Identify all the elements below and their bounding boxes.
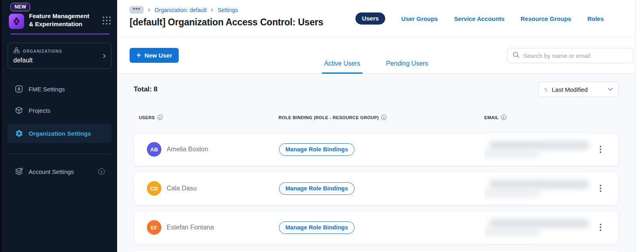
column-header-email: EMAIL i [484, 115, 603, 120]
info-icon[interactable]: i [157, 115, 163, 120]
table-header-row: USERS i ROLE BINDING (ROLE - RESOURCE GR… [134, 115, 619, 120]
tab-resource-groups[interactable]: Resource Groups [520, 15, 571, 22]
column-header-role-binding: ROLE BINDING (ROLE - RESOURCE GROUP) i [279, 115, 484, 120]
page-header: ••• › Organization: default › Settings [… [117, 0, 635, 37]
account-settings-icon [14, 167, 23, 176]
user-view-tabs: Active Users Pending Users [322, 60, 431, 74]
sidebar-item-projects[interactable]: Projects [2, 102, 117, 118]
access-control-tabs: Users User Groups Service Accounts Resou… [355, 12, 604, 25]
tab-active-users[interactable]: Active Users [322, 60, 363, 74]
table-row: EF Estefan Fontana Manage Role Bindings [134, 211, 619, 244]
app-title: Feature Management & Experimentation [29, 12, 90, 29]
fme-settings-icon [14, 85, 23, 93]
sort-dropdown[interactable]: ↑↓ Last Modified [538, 82, 619, 97]
row-menu-kebab-icon[interactable] [597, 182, 604, 194]
manage-role-bindings-button[interactable]: Manage Role Bindings [279, 182, 355, 195]
total-count: Total: 8 [134, 85, 157, 93]
chevron-right-icon: › [103, 50, 106, 60]
sidebar-header: NEW Feature Management & Experimentation [2, 0, 117, 35]
organization-value: default [13, 57, 97, 64]
sidebar-item-fme-settings[interactable]: FME Settings [2, 81, 117, 97]
sort-label: Last Modified [552, 86, 588, 93]
row-menu-kebab-icon[interactable] [597, 143, 604, 155]
manage-role-bindings-button[interactable]: Manage Role Bindings [279, 143, 355, 156]
user-cell: CD Cala Dasu [147, 181, 279, 196]
row-menu-kebab-icon[interactable] [597, 221, 604, 233]
sidebar-divider [8, 154, 111, 154]
chevron-right-icon: › [211, 6, 213, 13]
brand-divider [10, 33, 110, 35]
background-window-strip [0, 0, 2, 252]
gear-icon [14, 129, 23, 138]
breadcrumb-link-organization[interactable]: Organization: default [155, 7, 206, 13]
avatar: EF [147, 220, 161, 235]
new-user-button[interactable]: + New User [130, 48, 179, 63]
avatar: CD [147, 181, 161, 196]
app-grid-icon[interactable] [102, 16, 111, 29]
user-cell: EF Estefan Fontana [147, 220, 279, 235]
tab-roles[interactable]: Roles [587, 15, 604, 22]
organizations-label: ORGANIZATIONS [23, 49, 62, 54]
split-logo-icon[interactable] [9, 14, 24, 29]
users-rows: AB Amelia Boston Manage Role Bindings CD… [134, 132, 619, 252]
tab-service-accounts[interactable]: Service Accounts [454, 15, 504, 22]
plus-icon: + [136, 51, 141, 60]
projects-icon [14, 106, 23, 115]
avatar: AB [147, 142, 161, 157]
search-icon [512, 51, 520, 60]
email-redacted [485, 133, 592, 166]
user-name: Amelia Boston [167, 146, 208, 153]
tab-user-groups[interactable]: User Groups [401, 15, 438, 22]
org-hierarchy-icon [13, 47, 20, 55]
toolbar: + New User Active Users Pending Users [117, 37, 635, 74]
email-redacted [485, 172, 592, 205]
email-redacted [485, 211, 592, 244]
search-input[interactable] [523, 52, 628, 59]
table-row: AB Amelia Boston Manage Role Bindings [134, 132, 619, 166]
user-name: Estefan Fontana [167, 224, 214, 231]
sort-arrows-icon: ↑↓ [544, 86, 547, 93]
breadcrumb-ellipsis[interactable]: ••• [130, 6, 144, 14]
manage-role-bindings-button[interactable]: Manage Role Bindings [279, 221, 355, 234]
sidebar-item-label: Projects [29, 107, 50, 114]
tab-pending-users[interactable]: Pending Users [384, 60, 431, 74]
chevron-right-icon: › [148, 6, 150, 13]
sidebar-item-label: Organization Settings [29, 130, 91, 137]
breadcrumb-link-settings[interactable]: Settings [218, 7, 238, 13]
info-icon[interactable]: i [381, 115, 386, 120]
user-name: Cala Dasu [167, 185, 197, 192]
sidebar-nav: FME Settings Projects Organization Setti… [2, 81, 117, 180]
user-cell: AB Amelia Boston [147, 142, 279, 157]
sidebar-item-account-settings[interactable]: Account Settings i [2, 163, 117, 180]
table-row: CD Cala Dasu Manage Role Bindings [134, 171, 619, 205]
table-row-partial [134, 250, 619, 252]
scrollbar-gutter[interactable] [635, 0, 644, 252]
sidebar-item-organization-settings[interactable]: Organization Settings [8, 124, 111, 143]
sidebar-item-label: Account Settings [29, 168, 74, 175]
main-panel: ••• › Organization: default › Settings [… [117, 0, 635, 252]
sidebar-item-label: FME Settings [29, 86, 65, 93]
organization-selector[interactable]: ORGANIZATIONS default › [8, 43, 111, 69]
new-badge: NEW [10, 3, 30, 11]
tab-users[interactable]: Users [355, 12, 385, 25]
column-header-users: USERS i [139, 115, 279, 120]
account-info-icon[interactable]: i [98, 168, 105, 175]
chevron-down-icon [608, 88, 613, 91]
info-icon[interactable]: i [501, 115, 506, 120]
sidebar: NEW Feature Management & Experimentation [2, 0, 117, 252]
users-list-section: Total: 8 ↑↓ Last Modified USERS i ROLE B… [117, 74, 635, 252]
search-box [507, 48, 634, 63]
